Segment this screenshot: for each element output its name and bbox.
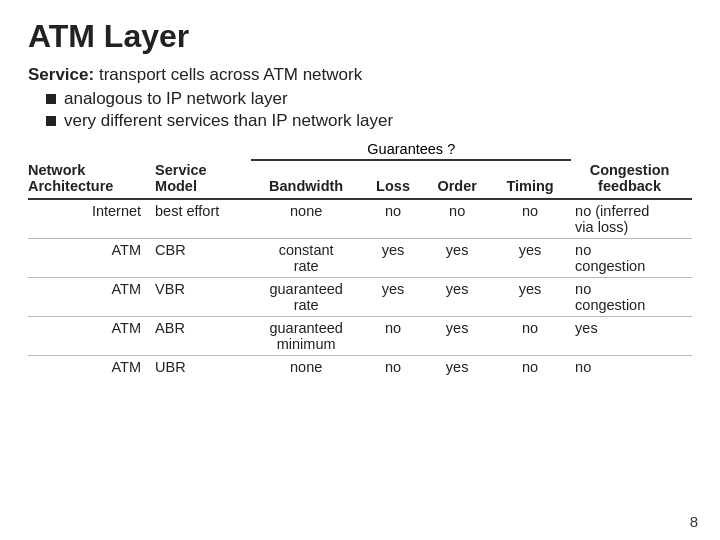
arch-spacer (28, 141, 251, 160)
column-headers-row: NetworkArchitecture ServiceModel Bandwid… (28, 160, 692, 199)
guarantees-header: Guarantees ? (251, 141, 571, 160)
cell-order: yes (425, 356, 493, 379)
cell-timing: no (493, 356, 571, 379)
table-row: ATM UBR none no yes no no (28, 356, 692, 379)
cell-order: yes (425, 239, 493, 278)
cell-loss: no (365, 356, 425, 379)
cell-bandwidth: none (251, 356, 364, 379)
cell-network: ATM (28, 356, 151, 379)
page-title: ATM Layer (28, 18, 692, 55)
cell-timing: no (493, 317, 571, 356)
page-container: ATM Layer Service: transport cells acros… (0, 0, 720, 390)
cell-congestion: yes (571, 317, 692, 356)
cell-congestion: nocongestion (571, 239, 692, 278)
cell-order: no (425, 199, 493, 239)
bullet-list: analogous to IP network layer very diffe… (46, 89, 692, 131)
col-timing: Timing (493, 160, 571, 199)
guarantees-header-row: Guarantees ? (28, 141, 692, 160)
congestion-spacer (571, 141, 692, 160)
cell-bandwidth: guaranteedrate (251, 278, 364, 317)
cell-congestion: no (571, 356, 692, 379)
cell-service: VBR (151, 278, 251, 317)
cell-order: yes (425, 317, 493, 356)
cell-bandwidth: guaranteedminimum (251, 317, 364, 356)
cell-network: ATM (28, 239, 151, 278)
table-row: ATM CBR constantrate yes yes yes noconge… (28, 239, 692, 278)
cell-service: CBR (151, 239, 251, 278)
service-label: Service: (28, 65, 94, 84)
cell-timing: yes (493, 278, 571, 317)
cell-service: UBR (151, 356, 251, 379)
cell-loss: no (365, 199, 425, 239)
cell-loss: yes (365, 239, 425, 278)
table-row: ATM VBR guaranteedrate yes yes yes nocon… (28, 278, 692, 317)
table-row: ATM ABR guaranteedminimum no yes no yes (28, 317, 692, 356)
cell-network: Internet (28, 199, 151, 239)
service-text: transport cells across ATM network (99, 65, 362, 84)
cell-congestion: nocongestion (571, 278, 692, 317)
col-network-arch: NetworkArchitecture (28, 160, 151, 199)
table-body: Internet best effort none no no no no (i… (28, 199, 692, 378)
cell-service: best effort (151, 199, 251, 239)
service-description: Service: transport cells across ATM netw… (28, 65, 692, 85)
cell-congestion: no (inferredvia loss) (571, 199, 692, 239)
page-number: 8 (690, 513, 698, 530)
col-bandwidth: Bandwidth (251, 160, 364, 199)
cell-network: ATM (28, 278, 151, 317)
bullet-icon (46, 94, 56, 104)
comparison-table-wrap: Guarantees ? NetworkArchitecture Service… (28, 141, 692, 378)
cell-bandwidth: none (251, 199, 364, 239)
cell-timing: yes (493, 239, 571, 278)
list-item: very different services than IP network … (46, 111, 692, 131)
cell-loss: yes (365, 278, 425, 317)
col-loss: Loss (365, 160, 425, 199)
bullet-icon (46, 116, 56, 126)
col-congestion: Congestionfeedback (571, 160, 692, 199)
table-row: Internet best effort none no no no no (i… (28, 199, 692, 239)
comparison-table: Guarantees ? NetworkArchitecture Service… (28, 141, 692, 378)
col-service-model: ServiceModel (151, 160, 251, 199)
cell-order: yes (425, 278, 493, 317)
list-item: analogous to IP network layer (46, 89, 692, 109)
cell-service: ABR (151, 317, 251, 356)
bullet-text-1: analogous to IP network layer (64, 89, 288, 109)
col-order: Order (425, 160, 493, 199)
cell-loss: no (365, 317, 425, 356)
cell-network: ATM (28, 317, 151, 356)
bullet-text-2: very different services than IP network … (64, 111, 393, 131)
cell-bandwidth: constantrate (251, 239, 364, 278)
cell-timing: no (493, 199, 571, 239)
